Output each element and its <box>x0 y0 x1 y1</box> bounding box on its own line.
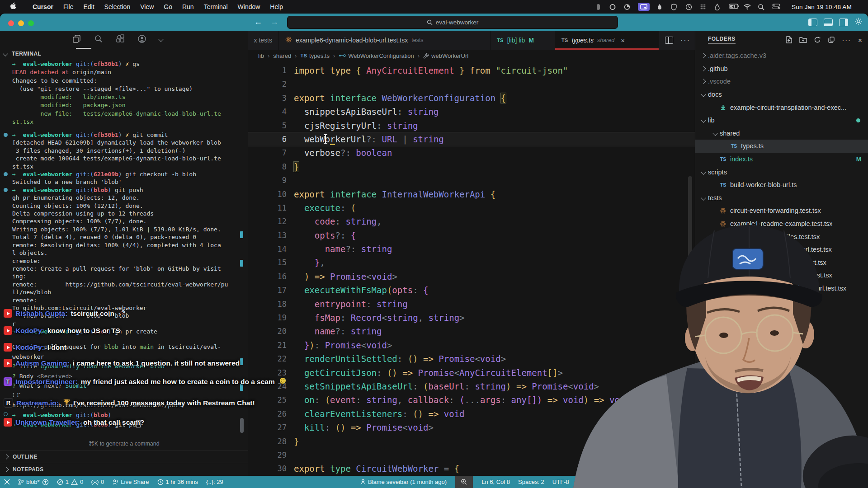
tree-item-shared[interactable]: shared <box>695 127 868 140</box>
code-line-16[interactable]: 16 ) => Promise<void> <box>248 270 695 283</box>
stat-flame-icon[interactable] <box>656 4 664 10</box>
remote-indicator[interactable] <box>0 476 14 488</box>
tree-item-example6-dynamic-load-blob-url-test-tsx[interactable]: example6-dynamic-load-blob-url.test.tsx <box>695 282 868 295</box>
code-line-18[interactable]: 18 entrypoint: string <box>248 297 695 311</box>
command-decoration-dot[interactable] <box>4 329 8 333</box>
code-line-8[interactable]: 8} <box>248 160 695 174</box>
nav-forward-button[interactable]: → <box>270 17 278 27</box>
code-line-29[interactable]: 29 <box>248 448 695 462</box>
command-decoration-circle[interactable] <box>4 412 8 416</box>
menu-terminal[interactable]: Terminal <box>199 3 233 10</box>
menu-window[interactable]: Window <box>233 3 265 10</box>
outline-section[interactable]: OUTLINE <box>0 450 248 463</box>
breadcrumb-item-webworkerurl[interactable]: webWorkerUrl <box>423 52 468 59</box>
code-line-11[interactable]: 11 execute: ( <box>248 201 695 215</box>
stat-grid-icon[interactable] <box>700 4 708 10</box>
toggle-right-panel-icon[interactable] <box>839 19 848 26</box>
stat-clock-icon[interactable] <box>685 4 693 10</box>
menu-selection[interactable]: Selection <box>99 3 136 10</box>
menu-clock[interactable]: Sun Jan 19 10:48 AM <box>787 4 857 10</box>
code-line-4[interactable]: 4 snippetsApiBaseUrl: string <box>248 105 695 118</box>
stat-shield-icon[interactable] <box>671 4 679 10</box>
code-line-3[interactable]: 3export interface WebWorkerConfiguration… <box>248 91 695 105</box>
command-decoration-dot[interactable] <box>4 172 8 176</box>
traffic-light-close[interactable] <box>8 20 14 26</box>
code-line-26[interactable]: 26 clearEventListeners: () => void <box>248 407 695 421</box>
code-line-2[interactable]: 2 <box>248 77 695 91</box>
tab-example6-dynamic-load-blob-url-test-tsx[interactable]: example6-dynamic-load-blob-url.test.tsxt… <box>279 31 491 50</box>
collapse-all-icon[interactable] <box>828 36 835 45</box>
code-line-30[interactable]: 30export type CircuitWebWorker = { <box>248 462 695 475</box>
tree-item-scripts[interactable]: scripts <box>695 165 868 178</box>
menu-run[interactable]: Run <box>177 3 199 10</box>
split-editor-icon[interactable] <box>665 37 673 44</box>
apple-icon[interactable] <box>10 2 16 11</box>
stat-circle-icon[interactable] <box>609 4 617 10</box>
live-share-item[interactable]: Live Share <box>108 476 153 488</box>
spotlight-icon[interactable] <box>758 4 765 10</box>
code-line-14[interactable]: 14 name?: string <box>248 242 695 256</box>
menu-view[interactable]: View <box>135 3 159 10</box>
menu-cursor[interactable]: Cursor <box>28 3 58 10</box>
code-line-19[interactable]: 19 fsMap: Record<string, string> <box>248 311 695 324</box>
code-line-5[interactable]: 5 cjsRegistryUrl: string <box>248 119 695 132</box>
code-line-15[interactable]: 15 }, <box>248 256 695 269</box>
nav-back-button[interactable]: ← <box>254 17 262 27</box>
stat-drop-icon[interactable] <box>714 4 722 10</box>
tree-item-docs[interactable]: docs <box>695 88 868 101</box>
notepads-section[interactable]: NOTEPADS <box>0 463 248 475</box>
broadcast-item[interactable]: 0 <box>87 476 108 488</box>
git-branch-item[interactable]: blob* <box>14 476 53 488</box>
problems-item[interactable]: 1 0 <box>53 476 87 488</box>
terminal-scrollbar[interactable] <box>240 418 244 433</box>
editor-scrollbar[interactable] <box>688 176 692 289</box>
code-line-13[interactable]: 13 opts?: { <box>248 229 695 242</box>
breadcrumb-item-webworkerconfiguration[interactable]: WebWorkerConfiguration <box>339 52 414 59</box>
code-editor[interactable]: 1import type { AnyCircuitElement } from … <box>248 61 695 478</box>
indentation[interactable]: Spaces: 2 <box>514 476 548 488</box>
command-decoration-dot[interactable] <box>4 422 8 426</box>
breadcrumb-item-lib[interactable]: lib <box>258 52 264 59</box>
close-tab-icon[interactable]: × <box>621 37 625 44</box>
tree-item--vscode[interactable]: .vscode <box>695 75 868 88</box>
tree-item-tests[interactable]: tests <box>695 192 868 205</box>
code-line-21[interactable]: 21 }): Promise<void> <box>248 338 695 352</box>
zoom-indicator[interactable] <box>455 476 473 488</box>
tab-x-tests[interactable]: x tests <box>248 31 279 50</box>
tree-item-example-circuit-transpilation-and-exec-[interactable]: example-circuit-transpilation-and-exec..… <box>695 101 868 114</box>
code-line-10[interactable]: 10export interface InternalWebWorkerApi … <box>248 188 695 201</box>
more-actions-icon[interactable]: ··· <box>680 36 690 44</box>
close-panel-icon[interactable]: × <box>858 37 862 45</box>
code-line-7[interactable]: 7 verbose?: boolean <box>248 146 695 160</box>
cursor-position[interactable]: Ln 6, Col 8 <box>477 476 514 488</box>
code-line-23[interactable]: 23 getCircuitJson: () => Promise<AnyCirc… <box>248 366 695 380</box>
tree-item-example1-readme-example-test-tsx[interactable]: example1-readme-example.test.tsx <box>695 217 868 230</box>
tree-item-build-worker-blob-url-ts[interactable]: TSbuild-worker-blob-url.ts <box>695 178 868 192</box>
traffic-light-minimize[interactable] <box>18 20 24 26</box>
code-line-27[interactable]: 27 kill: () => Promise<void> <box>248 421 695 434</box>
screen-record-icon[interactable] <box>638 3 650 11</box>
toggle-bottom-panel-icon[interactable] <box>824 19 833 26</box>
tree-item-example3-dynamic-load-url-test-tsx[interactable]: example3-dynamic-load-url.test.tsx <box>695 243 868 256</box>
new-folder-icon[interactable] <box>799 36 807 45</box>
new-file-icon[interactable] <box>785 36 793 45</box>
tree-item--github[interactable]: .github <box>695 62 868 75</box>
stat-pie-icon[interactable] <box>623 4 631 10</box>
menu-help[interactable]: Help <box>265 3 288 10</box>
tree-item-circuit-event-forwarding-test-tsx[interactable]: circuit-event-forwarding.test.tsx <box>695 204 868 217</box>
terminal-output[interactable]: → eval-webworker git:(cfb30b1) ✗ gsHEAD … <box>0 31 248 476</box>
toggle-left-panel-icon[interactable] <box>808 19 817 26</box>
code-line-24[interactable]: 24 setSnippetsApiBaseUrl: (baseUrl: stri… <box>248 380 695 393</box>
session-time-item[interactable]: 1 hr 36 mins <box>153 476 203 488</box>
tree-item-example5-event-forwarding-test-tsx[interactable]: example5-event-forwarding.test.tsx <box>695 269 868 282</box>
tree-item--aider-tags-cache-v3[interactable]: .aider.tags.cache.v3 <box>695 49 868 62</box>
encoding[interactable]: UTF-8 <box>548 476 573 488</box>
traffic-light-zoom[interactable] <box>28 20 34 26</box>
code-line-9[interactable]: 9 <box>248 174 695 187</box>
menu-edit[interactable]: Edit <box>78 3 99 10</box>
blame-item[interactable]: Blame seveibar (1 month ago) <box>356 476 451 488</box>
code-line-12[interactable]: 12 code: string, <box>248 215 695 228</box>
control-center-icon[interactable] <box>772 4 780 10</box>
code-line-25[interactable]: 25 on: (event: string, callback: (...arg… <box>248 393 695 407</box>
tab-types-ts[interactable]: TStypes.tsshared× <box>555 31 659 50</box>
